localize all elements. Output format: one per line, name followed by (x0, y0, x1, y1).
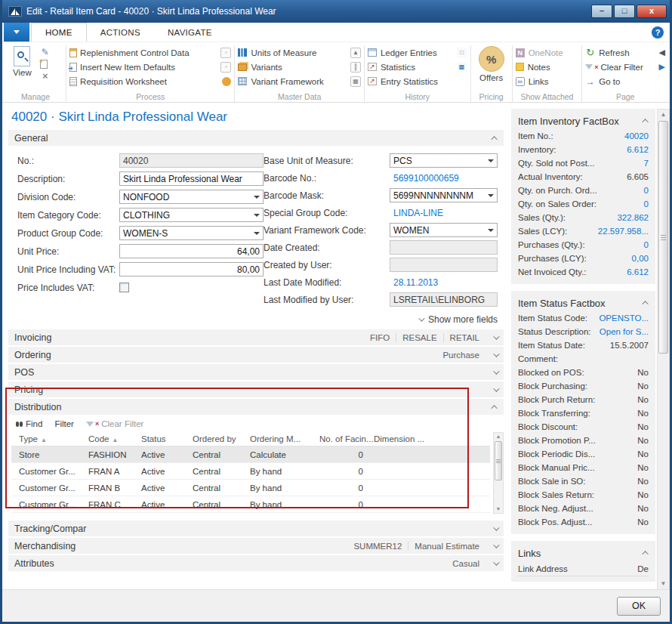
variant-framework-code-field[interactable]: WOMEN (390, 223, 498, 237)
delete-button[interactable]: × (39, 70, 51, 82)
find-button[interactable]: Find (16, 419, 42, 428)
item-no-link[interactable]: 40020 (624, 131, 649, 141)
chevron-down-icon[interactable] (488, 229, 494, 232)
section-header-pos[interactable]: POS (8, 364, 504, 380)
columns-icon[interactable]: ║ (350, 62, 361, 73)
go-to-button[interactable]: → Go to (585, 74, 665, 88)
scroll-down-icon[interactable]: ▼ (496, 505, 501, 513)
barcode-mask-field[interactable]: 5699NNNNNNNNM (390, 188, 498, 202)
column-header[interactable]: Type▲ (19, 434, 88, 443)
minimize-button[interactable]: – (591, 5, 612, 18)
base-unit-of-measure-field[interactable]: PCS (390, 153, 498, 168)
item-status-code-link[interactable]: OPENSTO... (599, 314, 649, 323)
ok-button[interactable]: OK (617, 597, 661, 616)
purchases-lcy-link[interactable]: 0,00 (632, 254, 649, 263)
section-header-general[interactable]: General (8, 130, 504, 146)
section-header-attributes[interactable]: Attributes Casual (8, 555, 504, 571)
clear-filter-button[interactable]: × Clear Filter ▶ (585, 60, 665, 74)
section-header-distribution[interactable]: Distribution (8, 399, 504, 415)
new-button[interactable]: ✶ (39, 58, 51, 70)
last-date-modified-link[interactable]: 28.11.2013 (390, 277, 498, 288)
division-code-field[interactable]: NONFOOD (119, 190, 264, 204)
column-header[interactable]: Status (141, 434, 193, 443)
sales-qty-link[interactable]: 322.862 (617, 213, 649, 222)
chevron-down-icon[interactable] (488, 159, 494, 162)
refresh-button[interactable]: ↻ Refresh ◀ (585, 45, 665, 60)
clear-filter-grid-button[interactable]: ×Clear Filter (86, 419, 144, 428)
view-button[interactable]: View (8, 45, 36, 91)
section-header-pricing[interactable]: Pricing (8, 382, 504, 397)
scrollbar-thumb[interactable] (495, 441, 502, 480)
chevron-down-icon[interactable] (254, 214, 260, 217)
notes-button[interactable]: Notes (516, 60, 579, 74)
insert-new-item-defaults-button[interactable]: Insert New Item Defaults ◦ (69, 60, 231, 74)
unit-price-field[interactable]: 64,00 (119, 244, 264, 258)
qty-sold-link[interactable]: 7 (644, 159, 649, 168)
section-header-tracking[interactable]: Tracking/Compar (8, 521, 504, 536)
scroll-up-icon[interactable]: ▲ (496, 433, 501, 440)
product-group-code-field[interactable]: WOMEN-S (119, 226, 264, 240)
tab-actions[interactable]: ACTIONS (87, 23, 154, 42)
qty-sales-link[interactable]: 0 (644, 199, 649, 209)
column-header[interactable]: No. of Facin... (319, 434, 374, 443)
variant-framework-button[interactable]: Variant Framework ▦ (238, 74, 360, 88)
qty-purch-link[interactable]: 0 (644, 186, 649, 195)
factbox-header[interactable]: Links (518, 545, 649, 561)
description-field[interactable]: Skirt Linda Professional Wear (119, 171, 264, 186)
section-header-merchandising[interactable]: Merchandising SUMMER12Manual Estimate (8, 538, 504, 554)
statistics-button[interactable]: ↗ Statistics ▩ (368, 60, 467, 74)
column-header[interactable]: Code▲ (88, 434, 141, 443)
chart-doc-icon[interactable]: □ (457, 48, 467, 58)
chevron-down-icon[interactable] (254, 232, 260, 235)
price-includes-vat-checkbox[interactable] (119, 283, 129, 292)
edit-button[interactable]: ✎ (39, 46, 51, 57)
factbox-scrollbar[interactable]: ▲ ▼ (657, 109, 670, 589)
scroll-down-icon[interactable]: ▼ (661, 579, 667, 589)
filter-button[interactable]: Filter (54, 419, 74, 428)
column-header[interactable]: Ordered by (193, 434, 250, 443)
bar-stats-icon[interactable]: ▩ (457, 62, 467, 73)
previous-record-icon[interactable]: ◀ (659, 48, 665, 57)
replenishment-control-data-button[interactable]: Replenishment Control Data ◦ (69, 45, 231, 60)
sales-lcy-link[interactable]: 22.597.958... (598, 227, 649, 236)
status-description-link[interactable]: Open for S... (600, 327, 649, 336)
section-header-invoicing[interactable]: Invoicing FIFORESALERETAIL (8, 329, 504, 345)
factbox-header[interactable]: Item Inventory FactBox (518, 113, 649, 129)
units-of-measure-button[interactable]: Units of Measure ▲ (238, 45, 360, 60)
chevron-down-icon[interactable] (488, 194, 494, 197)
next-record-icon[interactable]: ▶ (659, 62, 665, 72)
net-invoiced-link[interactable]: 6.612 (627, 267, 649, 276)
barcode-no-link[interactable]: 5699100000659 (390, 173, 498, 184)
open-page-icon[interactable]: ◦ (220, 48, 231, 58)
table-row[interactable]: Customer Gr...FRAN AActiveCentralBy hand… (11, 463, 490, 480)
ledger-entries-button[interactable]: Ledger Entries □ (368, 45, 467, 60)
table-row[interactable]: Customer Gr...FRAN BActiveCentralBy hand… (11, 480, 490, 496)
tab-navigate[interactable]: NAVIGATE (154, 23, 226, 42)
factbox-header[interactable]: Item Status Factbox (518, 295, 649, 311)
table-row[interactable]: StoreFASHIONActiveCentralCalculate0 (11, 446, 490, 463)
purchases-qty-link[interactable]: 0 (644, 240, 649, 249)
column-header[interactable]: Link Address (518, 564, 568, 573)
unit-price-incl-vat-field[interactable]: 80,00 (119, 262, 264, 276)
close-button[interactable]: x (637, 5, 667, 18)
section-header-ordering[interactable]: Ordering Purchase (8, 347, 504, 363)
scroll-up-icon[interactable]: ▲ (661, 110, 667, 120)
requisition-worksheet-button[interactable]: Requisition Worksheet (69, 74, 231, 88)
entry-statistics-button[interactable]: ↗ Entry Statistics (368, 74, 467, 88)
links-button[interactable]: ∞ Links (516, 74, 579, 88)
app-menu-button[interactable] (4, 23, 29, 42)
special-group-code-link[interactable]: LINDA-LINE (390, 208, 498, 218)
column-header[interactable]: Dimension ... (374, 434, 439, 443)
help-icon[interactable]: ? (652, 26, 664, 39)
image-icon[interactable]: ▲ (350, 48, 361, 58)
grid-scrollbar[interactable]: ▲ ▼ (493, 432, 504, 514)
open-page-icon[interactable]: ◦ (220, 62, 231, 73)
maximize-button[interactable]: □ (614, 5, 635, 18)
item-category-code-field[interactable]: CLOTHING (119, 208, 264, 222)
scrollbar-thumb[interactable] (658, 121, 668, 354)
table-row[interactable]: Customer Gr...FRAN CActiveCentralBy hand… (11, 496, 490, 513)
inventory-link[interactable]: 6.612 (627, 145, 649, 154)
variants-button[interactable]: Variants ║ (238, 60, 360, 74)
show-more-fields-link[interactable]: Show more fields (8, 311, 508, 329)
matrix-icon[interactable]: ▦ (350, 76, 361, 87)
